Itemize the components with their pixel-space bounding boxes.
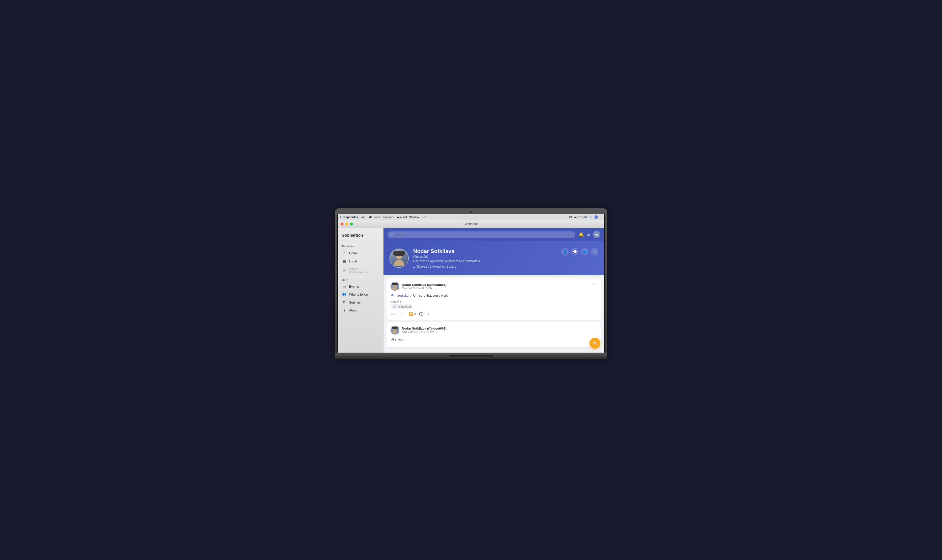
- message-button[interactable]: 💬: [571, 248, 579, 255]
- menubar-user[interactable]: [594, 215, 598, 219]
- reply-icon: ↩: [391, 312, 393, 316]
- main-content: Nodar Sotkilava @nosot001 One of the Gop…: [383, 241, 604, 352]
- svg-point-4: [392, 287, 397, 290]
- mention-name: marquiskurt: [397, 305, 411, 308]
- menu-file[interactable]: File: [360, 215, 365, 218]
- like-count: 0: [404, 312, 406, 316]
- app-window: Gopherdon Gopherdon Timelines ⌂: [338, 220, 604, 352]
- post1-avatar: [391, 282, 399, 291]
- profile-actions: 👤 💬 👥 ↗: [561, 248, 599, 255]
- menu-edit[interactable]: Edit: [367, 215, 372, 218]
- title-bar: Gopherdon: [338, 220, 604, 228]
- share-action[interactable]: ↗: [427, 312, 430, 316]
- post2-meta: Nodar Sotkilava (@nosot001) April 26th 2…: [402, 326, 446, 333]
- sidebar-item-home[interactable]: ⌂ Home: [338, 249, 383, 257]
- group-button[interactable]: 👥: [581, 248, 588, 255]
- sidebar-item-who-to-follow[interactable]: 👥 Who to follow: [338, 291, 383, 298]
- post2-author: Nodar Sotkilava (@nosot001): [402, 326, 446, 330]
- app-layout: Gopherdon Timelines ⌂ Home ▦ Local ◉: [338, 228, 604, 352]
- comment-action[interactable]: 💬: [419, 312, 423, 316]
- apple-menu[interactable]: : [340, 215, 341, 219]
- reply-action[interactable]: ↩ 0: [391, 312, 396, 316]
- settings-label: Settings: [349, 301, 361, 304]
- profile-bio: One of the Gopherdon developers and mode…: [413, 259, 480, 263]
- local-label: Local: [349, 259, 357, 263]
- profile-text: Nodar Sotkilava @nosot001 One of the Gop…: [413, 248, 480, 268]
- post1-meta: Nodar Sotkilava (@nosot001) May 3rd 2019…: [402, 283, 446, 290]
- post1-actions: ↩ 0 ♡ 0 🔁: [391, 312, 597, 316]
- menubar-search[interactable]: 🔍: [589, 215, 593, 219]
- menu-bar-left:  Gopherdon File Edit View Timelines Acc…: [340, 215, 569, 219]
- sidebar-item-events[interactable]: ▭ Events: [338, 283, 383, 291]
- profile-name: Nodar Sotkilava: [413, 248, 480, 254]
- menu-timelines[interactable]: Timelines: [383, 215, 395, 218]
- notification-icon[interactable]: 🔔: [578, 232, 584, 237]
- menu-window[interactable]: Window: [409, 215, 419, 218]
- post1-text: : Um sure that could work: [411, 294, 448, 297]
- like-icon: ♡: [400, 312, 403, 316]
- profile-info-section: Nodar Sotkilava @nosot001 One of the Gop…: [389, 248, 480, 268]
- boost-count: 0: [414, 312, 416, 316]
- like-action[interactable]: ♡ 0: [400, 312, 406, 316]
- camera: [470, 211, 472, 213]
- home-label: Home: [349, 251, 358, 255]
- post2-content: #firstpost!: [391, 337, 597, 342]
- boost-action[interactable]: 🔁 0: [409, 312, 416, 316]
- sidebar-item-local[interactable]: ▦ Local: [338, 257, 383, 265]
- menu-bar-right: ⌘ Wed 12:49 🔍 ☰: [569, 215, 602, 219]
- macbook-foot: [335, 357, 607, 359]
- user-avatar[interactable]: NS: [593, 231, 600, 238]
- mentions-section: Mentions @ marquiskurt: [391, 300, 597, 310]
- menu-view[interactable]: View: [374, 215, 380, 218]
- close-button[interactable]: [341, 223, 343, 226]
- macbook-shell:  Gopherdon File Edit View Timelines Acc…: [335, 208, 607, 352]
- menu-help[interactable]: Help: [422, 215, 427, 218]
- window-controls: [341, 223, 353, 226]
- fab-button[interactable]: ✎: [590, 338, 600, 349]
- screen-bezel:  Gopherdon File Edit View Timelines Acc…: [337, 214, 605, 353]
- svg-rect-8: [392, 326, 398, 329]
- post1-menu[interactable]: ⋯: [591, 282, 597, 286]
- maximize-button[interactable]: [350, 223, 353, 226]
- sidebar-item-about[interactable]: ℹ About: [338, 306, 383, 314]
- sidebar: Gopherdon Timelines ⌂ Home ▦ Local ◉: [338, 228, 383, 352]
- sidebar-item-settings[interactable]: ⚙ Settings: [338, 298, 383, 306]
- search-wrapper: 🔍: [388, 231, 576, 238]
- post2-header: Nodar Sotkilava (@nosot001) April 26th 2…: [391, 326, 597, 334]
- post-card-1: Nodar Sotkilava (@nosot001) May 3rd 2019…: [386, 278, 601, 320]
- reply-count: 0: [394, 312, 396, 316]
- timelines-label: Timelines: [338, 244, 383, 249]
- external-link-button[interactable]: ↗: [591, 248, 599, 255]
- mention-at-icon: @: [393, 305, 396, 308]
- public-icon: ◉: [342, 268, 346, 272]
- post1-date: May 3rd 2019 at 3:58 PM: [402, 287, 446, 290]
- local-icon: ▦: [342, 259, 346, 263]
- post2-avatar: [391, 326, 399, 334]
- search-icon: 🔍: [391, 233, 394, 237]
- about-label: About: [349, 309, 357, 312]
- post1-mention[interactable]: @marquiskurt: [391, 294, 411, 297]
- events-label: Events: [349, 285, 359, 288]
- mention-chip[interactable]: @ marquiskurt: [391, 304, 414, 309]
- post2-avatar-inner: [391, 326, 399, 334]
- main-column: 🔍 🔔 ✉ NS: [383, 228, 604, 352]
- menubar-list[interactable]: ☰: [600, 215, 602, 219]
- search-input[interactable]: [388, 231, 576, 238]
- svg-point-7: [392, 331, 397, 334]
- post1-avatar-inner: [391, 282, 399, 291]
- more-label: More: [338, 277, 383, 283]
- app-name-menu[interactable]: Gopherdon: [343, 215, 358, 218]
- post2-menu[interactable]: ⋯: [591, 326, 597, 330]
- profile-header: Nodar Sotkilava @nosot001 One of the Gop…: [383, 241, 604, 275]
- top-bar: 🔍 🔔 ✉ NS: [383, 228, 604, 241]
- avatar-image: [390, 249, 408, 268]
- post1-content: @marquiskurt : Um sure that could work: [391, 293, 597, 298]
- post1-header: Nodar Sotkilava (@nosot001) May 3rd 2019…: [391, 282, 597, 291]
- unfollow-button[interactable]: 👤: [561, 248, 569, 255]
- menubar-wifi: ⌘: [569, 215, 572, 219]
- messages-icon[interactable]: ✉: [587, 232, 590, 237]
- minimize-button[interactable]: [345, 223, 348, 226]
- profile-avatar: [389, 249, 409, 268]
- sidebar-item-public[interactable]: ◉ Public Disabled by admin: [338, 265, 383, 275]
- menu-account[interactable]: Account: [397, 215, 407, 218]
